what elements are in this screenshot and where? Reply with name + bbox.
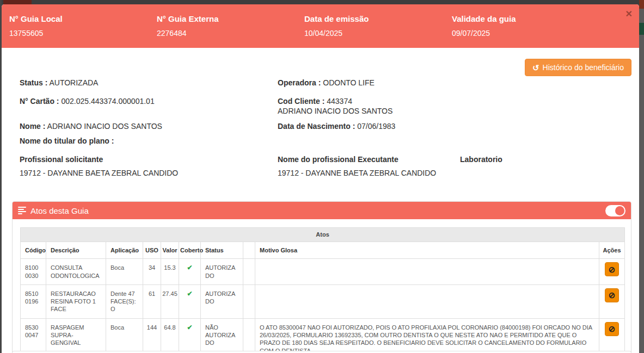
atos-panel-title: Atos desta Guia — [30, 206, 89, 215]
cancel-ato-button[interactable]: ⊘ — [605, 262, 619, 276]
operadora-label: Operadora : — [278, 78, 321, 87]
cartao-label: N° Cartão : — [20, 97, 59, 106]
titular-label: Nome do titular do plano : — [20, 137, 114, 145]
atos-table: Atos Código Descrição Aplicação USO Valo… — [20, 227, 625, 353]
cell-motivo-glosa — [255, 284, 599, 318]
guia-externa-label: N° Guia Externa — [157, 14, 304, 23]
atos-toggle[interactable] — [605, 205, 625, 216]
backdrop-top — [0, 0, 644, 4]
atos-toggle-knob — [615, 206, 624, 215]
status-value: AUTORIZADA — [49, 78, 98, 87]
historico-beneficiario-label: Histórico do beneficiário — [543, 63, 624, 72]
col-motivo-glosa: Motivo Glosa — [255, 242, 599, 259]
operadora-line: Operadora : ODONTO LIFE — [278, 78, 375, 87]
col-descricao: Descrição — [46, 242, 106, 259]
backdrop-top-patch — [3, 0, 32, 4]
solicitante-value: 19712 - DAYANNE BAETA ZEBRAL CANDIDO — [20, 169, 178, 177]
list-icon — [18, 206, 26, 215]
table-row: 81000030 CONSULTA ODONTOLOGICA Boca 34 1… — [21, 259, 625, 285]
history-icon: ↺ — [532, 64, 539, 72]
status-line: Status : AUTORIZADA — [20, 78, 98, 87]
atos-panel-header: Atos desta Guia — [13, 202, 631, 219]
cell-uso: 34 — [143, 259, 161, 285]
col-acoes: Ações — [599, 242, 625, 259]
cell-acoes: ⊘ — [599, 259, 625, 285]
cartao-line: N° Cartão : 002.025.443374.000001.01 — [20, 97, 155, 106]
close-icon[interactable]: ✕ — [625, 10, 633, 18]
nascimento-label: Data de Nascimento : — [278, 122, 355, 131]
cell-valor: 15.3 — [161, 259, 179, 285]
cell-status: AUTORIZADO — [201, 259, 243, 285]
col-aplicacao: Aplicação — [106, 242, 143, 259]
cell-motivo-glosa: O ATO 85300047 NAO FOI AUTORIZADO, POIS … — [255, 318, 599, 353]
status-label: Status : — [20, 78, 47, 87]
ban-icon: ⊘ — [609, 265, 616, 274]
table-header-row: Código Descrição Aplicação USO Valor Cob… — [21, 242, 625, 259]
ban-icon: ⊘ — [609, 325, 616, 333]
cell-coberto: ✔ — [179, 318, 201, 353]
data-emissao-label: Data de emissão — [304, 14, 452, 23]
validade-field: Validade da guia 09/07/2025 — [452, 10, 599, 48]
ban-icon: ⊘ — [609, 291, 616, 299]
table-row: 85300047 RASPAGEM SUPRA-GENGIVAL Boca 14… — [21, 318, 625, 353]
col-status: Status — [201, 242, 243, 259]
guia-local-label: N° Guia Local — [9, 14, 157, 23]
cell-aplicacao: Dente 47 FACE(S): O — [106, 284, 143, 318]
cod-cliente-label: Cod Cliente : — [278, 97, 324, 106]
guia-local-field: N° Guia Local 13755605 — [9, 10, 157, 48]
col-uso: USO — [143, 242, 161, 259]
titular-line: Nome do titular do plano : — [20, 137, 114, 145]
backdrop-patch — [639, 23, 644, 35]
solicitante-label: Profissional solicitante — [20, 155, 103, 164]
col-coberto: Coberto — [179, 242, 201, 259]
executante-line: Nome do profissional Executante — [278, 155, 398, 164]
cell-aplicacao: Boca — [106, 259, 143, 285]
historico-beneficiario-button[interactable]: ↺ Histórico do beneficiário — [525, 59, 631, 76]
group-header: Atos — [21, 228, 625, 242]
cell-coberto: ✔ — [179, 259, 201, 285]
cod-cliente-value: 443374 — [327, 97, 352, 106]
nome-line: Nome : ADRIANO INACIO DOS SANTOS — [20, 122, 162, 131]
cancel-ato-button[interactable]: ⊘ — [605, 322, 619, 336]
cell-descricao: RESTAURACAO RESINA FOTO 1 FACE — [46, 284, 106, 318]
cell-motivo-glosa — [255, 259, 599, 285]
cell-coberto: ✔ — [179, 284, 201, 318]
guia-modal: N° Guia Local 13755605 N° Guia Externa 2… — [2, 4, 639, 353]
cell-uso: 61 — [143, 284, 161, 318]
guia-local-value: 13755605 — [9, 29, 157, 38]
backdrop-patch — [639, 0, 644, 9]
laboratorio-line: Laboratorio — [460, 155, 502, 164]
cell-codigo: 85300047 — [21, 318, 46, 353]
cell-status: NÃO AUTORIZADO — [201, 318, 243, 353]
col-spacer — [243, 242, 255, 259]
cell-uso: 144 — [143, 318, 161, 353]
table-row: 85100196 RESTAURACAO RESINA FOTO 1 FACE … — [21, 284, 625, 318]
cell-descricao: RASPAGEM SUPRA-GENGIVAL — [46, 318, 106, 353]
modal-header: N° Guia Local 13755605 N° Guia Externa 2… — [2, 4, 639, 48]
guia-externa-value: 2276484 — [157, 29, 304, 38]
nome-label: Nome : — [20, 122, 45, 131]
data-emissao-value: 10/04/2025 — [304, 29, 452, 38]
cell-status: AUTORIZADO — [201, 284, 243, 318]
cancel-ato-button[interactable]: ⊘ — [605, 288, 619, 302]
atos-panel: Atos desta Guia Atos Código Descrição Ap… — [12, 201, 631, 353]
cell-aplicacao: Boca — [106, 318, 143, 353]
cod-cliente-name: ADRIANO INACIO DOS SANTOS — [278, 107, 392, 115]
col-codigo: Código — [21, 242, 46, 259]
executante-value: 19712 - DAYANNE BAETA ZEBRAL CANDIDO — [278, 169, 436, 177]
col-valor: Valor — [161, 242, 179, 259]
cell-codigo: 81000030 — [21, 259, 46, 285]
check-icon: ✔ — [187, 290, 192, 298]
cod-cliente-line: Cod Cliente : 443374 — [278, 97, 352, 106]
nome-value: ADRIANO INACIO DOS SANTOS — [47, 122, 162, 131]
spacer-cell — [243, 259, 255, 285]
cell-acoes: ⊘ — [599, 284, 625, 318]
cell-valor: 27.45 — [161, 284, 179, 318]
check-icon: ✔ — [187, 264, 192, 271]
guia-externa-field: N° Guia Externa 2276484 — [157, 10, 304, 48]
next-section-edge — [12, 351, 631, 353]
nascimento-line: Data de Nascimento : 07/06/1983 — [278, 122, 395, 131]
cell-codigo: 85100196 — [21, 284, 46, 318]
table-group-header-row: Atos — [21, 228, 625, 242]
cell-descricao: CONSULTA ODONTOLOGICA — [46, 259, 106, 285]
